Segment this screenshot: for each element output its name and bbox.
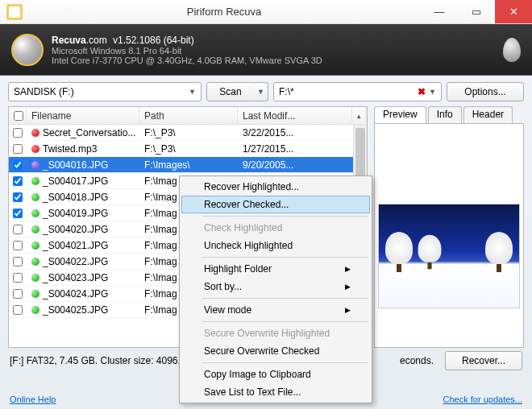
drive-label: SANDISK (F:) — [14, 86, 74, 97]
row-filename: _S004023.JPG — [27, 272, 139, 283]
status-dot-icon — [31, 258, 39, 266]
row-modified: 3/22/2015...6, — [238, 127, 367, 138]
window-title: Piriform Recuva — [27, 6, 421, 18]
ctx-separator — [202, 321, 368, 322]
ctx-sort-by[interactable]: Sort by...▶ — [181, 278, 370, 295]
ctx-check-highlighted: Check Highlighted — [181, 219, 370, 237]
hw-text: Intel Core i7-3770 CPU @ 3.40GHz, 4.0GB … — [52, 56, 322, 65]
ctx-copy-image[interactable]: Copy Image to Clipboard — [181, 366, 370, 383]
side-panel: Preview Info Header — [374, 106, 524, 348]
tree-icon — [418, 235, 442, 270]
maximize-button[interactable]: ▭ — [458, 0, 495, 23]
tab-info[interactable]: Info — [428, 106, 462, 123]
submenu-arrow-icon: ▶ — [345, 283, 351, 291]
header-text: Recuva.com v1.52.1086 (64-bit) Microsoft… — [52, 34, 322, 65]
preview-pane — [374, 124, 524, 348]
ctx-recover-highlighted[interactable]: Recover Highlighted... — [181, 178, 370, 196]
row-filename: _S004016.JPG — [27, 159, 139, 171]
options-button[interactable]: Options... — [447, 82, 524, 101]
ctx-separator — [202, 257, 368, 258]
row-checkbox[interactable] — [9, 305, 27, 315]
tab-header[interactable]: Header — [463, 106, 513, 123]
ctx-highlight-folder[interactable]: Highlight Folder▶ — [181, 260, 370, 278]
row-checkbox[interactable] — [9, 273, 27, 283]
status-dot-icon — [31, 274, 39, 282]
row-filename: _S004020.JPG — [27, 224, 139, 235]
brand-name: Recuva — [52, 35, 86, 46]
row-checkbox[interactable] — [9, 192, 27, 202]
minimize-button[interactable]: — — [421, 0, 458, 23]
status-dot-icon — [31, 225, 39, 233]
status-dot-icon — [31, 209, 39, 217]
status-dot-icon — [31, 193, 39, 201]
online-help-link[interactable]: Online Help — [10, 395, 56, 404]
ctx-separator — [202, 298, 368, 299]
status-dot-icon — [31, 177, 39, 185]
check-updates-link[interactable]: Check for updates... — [443, 395, 522, 404]
version-text: v1.52.1086 (64-bit) — [113, 35, 194, 46]
status-dot-icon — [31, 129, 39, 137]
row-path: F:\_P3\ — [139, 143, 238, 155]
ctx-separator — [202, 362, 368, 363]
chevron-down-icon: ▼ — [189, 88, 196, 96]
col-modified[interactable]: Last Modif... — [238, 107, 352, 124]
table-row[interactable]: _S004016.JPGF:\Images\9/20/2005...1 — [9, 157, 367, 173]
status-dot-icon — [31, 290, 39, 298]
drive-select[interactable]: SANDISK (F:) ▼ — [8, 82, 202, 101]
row-filename: Twisted.mp3 — [27, 143, 139, 155]
ctx-secure-overwrite-checked[interactable]: Secure Overwrite Checked — [181, 342, 370, 360]
row-filename: _S004024.JPG — [27, 288, 139, 300]
preview-image — [378, 204, 520, 308]
clear-icon[interactable]: ✖ — [418, 86, 426, 97]
toolbar: SANDISK (F:) ▼ Scan ▼ F:\* ✖ ▼ Options..… — [8, 82, 524, 101]
row-filename: _S004019.JPG — [27, 208, 139, 219]
row-filename: _S004025.JPG — [27, 304, 139, 316]
scan-dropdown-button[interactable]: ▼ — [254, 82, 268, 101]
table-header: Filename Path Last Modif... ▴ — [9, 107, 367, 125]
ctx-recover-checked[interactable]: Recover Checked... — [181, 196, 370, 213]
chevron-down-icon: ▼ — [257, 88, 264, 96]
row-checkbox[interactable] — [9, 257, 27, 266]
row-checkbox[interactable] — [9, 160, 27, 170]
row-checkbox[interactable] — [9, 128, 27, 138]
path-filter-input[interactable]: F:\* ✖ ▼ — [273, 82, 442, 101]
row-checkbox[interactable] — [9, 209, 27, 218]
row-path: F:\Images\ — [139, 159, 238, 171]
row-checkbox[interactable] — [9, 225, 27, 234]
ctx-uncheck-highlighted[interactable]: Uncheck Highlighted — [181, 237, 370, 254]
recover-button[interactable]: Recover... — [445, 351, 522, 370]
tab-preview[interactable]: Preview — [374, 106, 426, 123]
submenu-arrow-icon: ▶ — [345, 265, 351, 273]
ctx-separator — [202, 216, 368, 217]
submenu-arrow-icon: ▶ — [345, 306, 351, 314]
chevron-down-icon: ▼ — [429, 88, 436, 96]
col-sort-indicator[interactable]: ▴ — [352, 107, 367, 124]
ctx-secure-overwrite-highlighted: Secure Overwrite Highlighted — [181, 324, 370, 342]
col-path[interactable]: Path — [139, 107, 238, 124]
ctx-view-mode[interactable]: View mode▶ — [181, 301, 370, 319]
tree-icon — [385, 232, 413, 272]
table-row[interactable]: Secret_Conversatio...F:\_P3\3/22/2015...… — [9, 125, 367, 141]
row-modified: 1/27/2015...4, — [238, 143, 367, 155]
path-value: F:\* — [279, 86, 294, 97]
table-row[interactable]: Twisted.mp3F:\_P3\1/27/2015...4, — [9, 141, 367, 157]
row-filename: _S004017.JPG — [27, 176, 139, 187]
col-checkbox[interactable] — [9, 107, 27, 124]
recuva-logo-icon — [11, 34, 44, 66]
row-filename: _S004022.JPG — [27, 256, 139, 267]
row-checkbox[interactable] — [9, 144, 27, 154]
row-checkbox[interactable] — [9, 176, 27, 186]
row-checkbox[interactable] — [9, 241, 27, 250]
row-checkbox[interactable] — [9, 289, 27, 299]
app-header: Recuva.com v1.52.1086 (64-bit) Microsoft… — [0, 24, 532, 76]
status-dot-icon — [31, 161, 39, 169]
row-filename: _S004018.JPG — [27, 192, 139, 203]
ctx-save-list[interactable]: Save List to Text File... — [181, 383, 370, 401]
col-filename[interactable]: Filename — [27, 107, 139, 124]
close-button[interactable]: ✕ — [495, 0, 532, 23]
droplet-icon — [503, 38, 521, 62]
side-tabs: Preview Info Header — [374, 106, 524, 124]
titlebar: Piriform Recuva — ▭ ✕ — [0, 0, 532, 24]
status-dot-icon — [31, 145, 39, 153]
scan-button[interactable]: Scan — [206, 82, 255, 101]
